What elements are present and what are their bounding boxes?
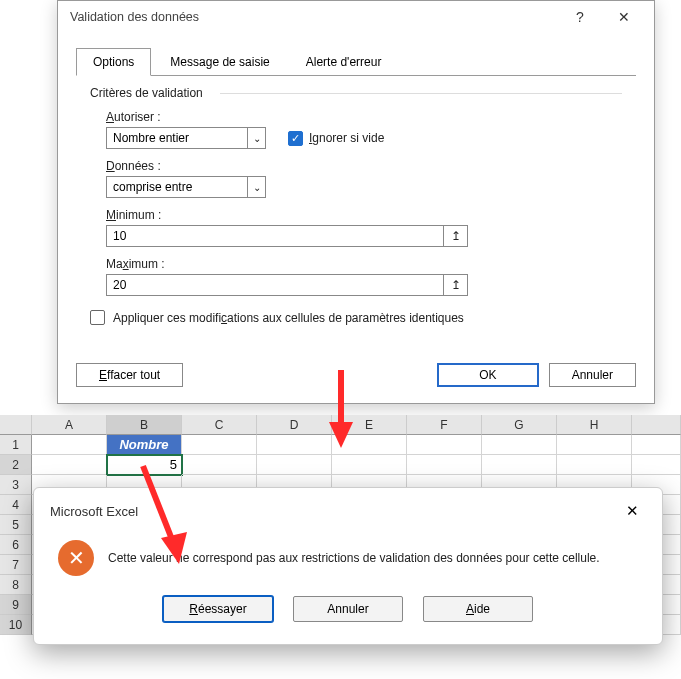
row-header[interactable]: 8 [0,575,32,595]
close-button[interactable]: ✕ [616,498,648,524]
check-icon: ✓ [288,131,303,146]
row-header[interactable]: 1 [0,435,32,455]
minimum-label: Minimum : [106,208,622,222]
maximum-label: Maximum : [106,257,622,271]
dialog-body: Critères de validation Autoriser : ⌄ ✓ I… [58,76,654,347]
col-header[interactable]: D [257,415,332,435]
row-header[interactable]: 6 [0,535,32,555]
ignore-blank-checkbox[interactable]: ✓ Ignorer si vide [288,131,384,146]
chevron-down-icon[interactable]: ⌄ [247,128,265,148]
col-header[interactable]: G [482,415,557,435]
data-field: Données : ⌄ [106,159,622,198]
maximum-input[interactable]: ↥ [106,274,468,296]
chevron-down-icon[interactable]: ⌄ [247,177,265,197]
authorize-label: Autoriser : [106,110,622,124]
clear-all-button[interactable]: Effacer tout [76,363,183,387]
error-titlebar: Microsoft Excel ✕ [48,498,648,524]
dialog-title: Validation des données [70,10,558,24]
maximum-value[interactable] [107,275,443,295]
select-all-corner[interactable] [0,415,32,435]
col-header[interactable]: F [407,415,482,435]
error-icon: ✕ [58,540,94,576]
range-picker-icon[interactable]: ↥ [443,275,467,295]
error-dialog: Microsoft Excel ✕ ✕ Cette valeur ne corr… [33,487,663,645]
close-button[interactable]: ✕ [602,1,646,33]
col-header[interactable]: B [107,415,182,435]
data-validation-dialog: Validation des données ? ✕ Options Messa… [57,0,655,404]
minimum-input[interactable]: ↥ [106,225,468,247]
tab-error-alert[interactable]: Alerte d'erreur [289,48,399,76]
authorize-combo[interactable]: ⌄ [106,127,266,149]
data-value[interactable] [107,177,247,197]
col-header[interactable]: C [182,415,257,435]
tab-options[interactable]: Options [76,48,151,76]
error-message: Cette valeur ne correspond pas aux restr… [108,551,600,565]
col-header[interactable]: H [557,415,632,435]
maximum-field: Maximum : ↥ [106,257,622,296]
table-row: 25 [0,455,681,475]
row-header[interactable]: 3 [0,475,32,495]
authorize-field: Autoriser : ⌄ ✓ Ignorer si vide [106,110,622,149]
col-header[interactable]: A [32,415,107,435]
error-buttons: Réessayer Annuler Aide [48,576,648,622]
row-header[interactable]: 9 [0,595,32,615]
header-cell-nombre[interactable]: Nombre [107,435,182,455]
help-button[interactable]: Aide [423,596,533,622]
titlebar: Validation des données ? ✕ [58,1,654,33]
data-label: Données : [106,159,622,173]
table-row: 1Nombre [0,435,681,455]
minimum-value[interactable] [107,226,443,246]
active-cell-b2[interactable]: 5 [107,455,182,475]
group-divider [220,93,622,94]
criteria-group-label: Critères de validation [90,86,622,100]
retry-button[interactable]: Réessayer [163,596,273,622]
row-header[interactable]: 7 [0,555,32,575]
dialog-footer: Effacer tout OK Annuler [58,347,654,403]
row-header[interactable]: 4 [0,495,32,515]
cancel-button[interactable]: Annuler [293,596,403,622]
tab-input-message[interactable]: Message de saisie [153,48,286,76]
error-body: ✕ Cette valeur ne correspond pas aux res… [48,524,648,576]
help-button[interactable]: ? [558,1,602,33]
column-headers: A B C D E F G H [0,415,681,435]
checkbox-icon [90,310,105,325]
range-picker-icon[interactable]: ↥ [443,226,467,246]
error-title: Microsoft Excel [48,504,616,519]
row-header[interactable]: 10 [0,615,32,635]
row-header[interactable]: 2 [0,455,32,475]
cancel-button[interactable]: Annuler [549,363,636,387]
row-header[interactable]: 5 [0,515,32,535]
minimum-field: Minimum : ↥ [106,208,622,247]
col-header[interactable]: E [332,415,407,435]
authorize-value[interactable] [107,128,247,148]
ok-button[interactable]: OK [437,363,538,387]
tabs: Options Message de saisie Alerte d'erreu… [58,33,654,75]
data-combo[interactable]: ⌄ [106,176,266,198]
apply-all-checkbox[interactable]: Appliquer ces modifications aux cellules… [90,310,622,325]
apply-all-label: Appliquer ces modifications aux cellules… [113,311,464,325]
